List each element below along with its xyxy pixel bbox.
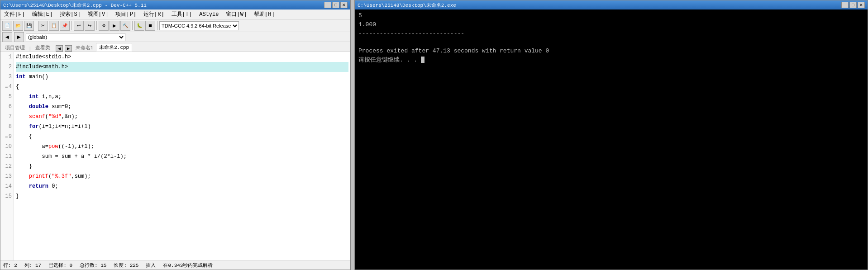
undo-button[interactable]: ↩ xyxy=(74,21,84,31)
line-num-12: 12 xyxy=(2,161,12,171)
line-num-3: 3 xyxy=(2,72,12,82)
tab-prev-button[interactable]: ◀ xyxy=(56,45,63,52)
code-line-1: #include<stdio.h> xyxy=(16,52,348,62)
tabs-bar: 项目管理 | 查看类 ◀ ▶ 未命名1 未命名2.cpp xyxy=(0,42,350,52)
copy-button[interactable]: 📋 xyxy=(49,21,59,31)
minimize-button[interactable]: _ xyxy=(324,2,331,8)
console-line-6: 请按任意键继续. . . xyxy=(358,56,864,65)
status-parse: 在0.343秒内完成解析 xyxy=(163,262,213,269)
stop-button[interactable]: ⏹ xyxy=(145,21,155,31)
code-line-7: scanf("%d",&n); xyxy=(16,112,348,122)
code-line-6: double sum=0; xyxy=(16,102,348,112)
cut-button[interactable]: ✂ xyxy=(38,21,48,31)
scope-prev-button[interactable]: ◀ xyxy=(2,32,12,42)
new-button[interactable]: 📄 xyxy=(2,21,12,31)
redo-button[interactable]: ↪ xyxy=(85,21,95,31)
tab-next-button[interactable]: ▶ xyxy=(65,45,72,52)
console-title: C:\Users\25148\Desktop\未命名2.exe xyxy=(358,2,456,9)
menu-help[interactable]: 帮助[H] xyxy=(252,10,277,19)
browse-tab[interactable]: 查看类 xyxy=(33,44,53,52)
menu-file[interactable]: 文件[F] xyxy=(2,10,27,19)
menu-view[interactable]: 视图[V] xyxy=(86,10,110,19)
ide-title: C:\Users\25148\Desktop\未命名2.cpp - Dev-C+… xyxy=(3,2,147,9)
code-line-4: { xyxy=(16,82,348,92)
console-close-button[interactable]: ✕ xyxy=(858,2,865,8)
menu-run[interactable]: 运行[R] xyxy=(142,10,166,19)
menu-tools[interactable]: 工具[T] xyxy=(170,10,194,19)
console-line-2: 1.000 xyxy=(358,20,864,29)
console-body: 5 1.000 ------------------------------ P… xyxy=(355,9,868,270)
line-num-4: ▬4 xyxy=(2,82,12,92)
code-line-14: return 0; xyxy=(16,181,348,191)
menu-project[interactable]: 项目[P] xyxy=(114,10,138,19)
code-line-12: } xyxy=(16,161,348,171)
ide-window-controls: _ □ ✕ xyxy=(324,2,348,8)
console-title-bar: C:\Users\25148\Desktop\未命名2.exe _ □ ✕ xyxy=(355,0,868,9)
status-bar: 行: 2 列: 17 已选择: 0 总行数: 15 长度: 225 插入 在0.… xyxy=(0,261,350,270)
toolbar-sep-5 xyxy=(157,21,157,30)
console-minimize-button[interactable]: _ xyxy=(841,2,849,8)
code-line-5: int i,n,a; xyxy=(16,92,348,102)
line-num-15: 15 xyxy=(2,191,12,201)
console-line-1: 5 xyxy=(358,11,864,20)
status-row: 行: 2 xyxy=(3,262,17,269)
code-line-2: #include<math.h> xyxy=(16,62,348,72)
cursor-block xyxy=(421,57,424,63)
console-line-3: ------------------------------ xyxy=(358,29,864,38)
toolbar-sep-1 xyxy=(36,21,36,30)
console-line-4 xyxy=(358,38,864,47)
line-num-2: 2 xyxy=(2,62,12,72)
line-num-8: 8 xyxy=(2,122,12,132)
line-num-9: ▬9 xyxy=(2,132,12,142)
save-button[interactable]: 💾 xyxy=(24,21,34,31)
open-button[interactable]: 📂 xyxy=(13,21,23,31)
menu-window[interactable]: 窗口[W] xyxy=(224,10,248,19)
console-window-controls: _ □ ✕ xyxy=(841,2,865,8)
maximize-button[interactable]: □ xyxy=(332,2,339,8)
line-num-5: 5 xyxy=(2,92,12,102)
status-col: 列: 17 xyxy=(24,262,41,269)
console-maximize-button[interactable]: □ xyxy=(849,2,857,8)
line-numbers: 1 2 3 ▬4 5 6 7 8 ▬9 10 11 12 13 14 15 xyxy=(0,52,14,261)
editor-area: 1 2 3 ▬4 5 6 7 8 ▬9 10 11 12 13 14 15 #i… xyxy=(0,52,350,261)
code-editor[interactable]: #include<stdio.h> #include<math.h> int m… xyxy=(14,52,350,261)
ide-window: C:\Users\25148\Desktop\未命名2.cpp - Dev-C+… xyxy=(0,0,351,270)
status-length: 长度: 225 xyxy=(114,262,138,269)
scope-next-button[interactable]: ▶ xyxy=(14,32,24,42)
close-button[interactable]: ✕ xyxy=(340,2,348,8)
compiler-select[interactable]: TDM-GCC 4.9.2 64-bit Release xyxy=(159,21,239,30)
run-button[interactable]: ▶ xyxy=(110,21,119,31)
code-line-10: a=pow((-1),i+1); xyxy=(16,142,348,152)
ide-title-bar: C:\Users\25148\Desktop\未命名2.cpp - Dev-C+… xyxy=(0,0,350,9)
console-line-5: Process exited after 47.13 seconds with … xyxy=(358,47,864,56)
line-num-13: 13 xyxy=(2,171,12,181)
tab-unnamed2[interactable]: 未命名2.cpp xyxy=(96,43,132,52)
line-num-1: 1 xyxy=(2,52,12,62)
compile-button[interactable]: ⚙ xyxy=(99,21,109,31)
menu-edit[interactable]: 编辑[E] xyxy=(30,10,55,19)
line-num-6: 6 xyxy=(2,102,12,112)
code-line-15: } xyxy=(16,191,348,201)
paste-button[interactable]: 📌 xyxy=(60,21,70,31)
build-button[interactable]: 🔨 xyxy=(120,21,130,31)
tab-unnamed1[interactable]: 未命名1 xyxy=(73,44,96,52)
debug-button[interactable]: 🐛 xyxy=(134,21,144,31)
status-mode: 插入 xyxy=(146,262,156,269)
line-num-7: 7 xyxy=(2,112,12,122)
menu-search[interactable]: 搜索[S] xyxy=(58,10,82,19)
menu-astyle[interactable]: AStyle xyxy=(197,11,220,18)
toolbar-sep-2 xyxy=(72,21,72,30)
line-num-14: 14 xyxy=(2,181,12,191)
scope-select[interactable]: (globals) xyxy=(26,33,125,41)
toolbar-sep-3 xyxy=(96,21,97,30)
status-selected: 已选择: 0 xyxy=(48,262,72,269)
toolbar-sep-4 xyxy=(132,21,133,30)
tab-sep: | xyxy=(29,46,32,52)
code-line-11: sum = sum + a * i/(2*i-1); xyxy=(16,152,348,161)
project-tab[interactable]: 项目管理 xyxy=(2,44,28,52)
code-line-3: int main() xyxy=(16,72,348,82)
scope-bar: ◀ ▶ (globals) xyxy=(0,32,350,42)
toolbar: 📄 📂 💾 ✂ 📋 📌 ↩ ↪ ⚙ ▶ 🔨 🐛 ⏹ TDM-GCC 4.9.2 … xyxy=(0,19,350,32)
line-num-11: 11 xyxy=(2,152,12,161)
status-total: 总行数: 15 xyxy=(80,262,106,269)
